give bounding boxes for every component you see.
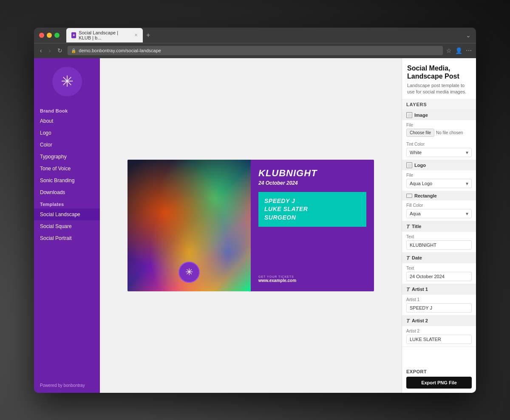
fill-color-field: Fill Color Aqua Purple White Black ▼ xyxy=(402,200,476,221)
fullscreen-button[interactable] xyxy=(54,33,60,38)
sidebar-item-social-square[interactable]: Social Square xyxy=(34,220,100,232)
artist2-text-label: Artist 2 xyxy=(406,329,472,333)
toolbar-right: ☆ 👤 ⋯ xyxy=(446,47,472,54)
card-get-tickets-label: GET YOUR TICKETS xyxy=(258,275,366,278)
close-button[interactable] xyxy=(39,33,44,38)
bookmark-icon[interactable]: ☆ xyxy=(446,47,452,54)
card-logo-asterisk-icon: ✳ xyxy=(185,267,193,278)
logo-layer-label: Logo xyxy=(414,163,426,168)
date-layer-title: T Date xyxy=(402,253,476,263)
tab-favicon: ✦ xyxy=(71,32,76,38)
sidebar-footer-text: Powered by bonbontray xyxy=(40,383,85,388)
back-button[interactable]: ‹ xyxy=(38,46,44,55)
export-button[interactable]: Export PNG File xyxy=(406,377,472,389)
artist1-text-input[interactable] xyxy=(406,303,472,313)
artist1-layer-label: Artist 1 xyxy=(412,287,428,292)
artist1-layer-title: T Artist 1 xyxy=(402,284,476,295)
extensions-icon[interactable]: ⋯ xyxy=(466,47,472,54)
layers-header: LAYERS xyxy=(402,99,476,110)
artist2-layer-title: T Artist 2 xyxy=(402,316,476,326)
export-section: Export Export PNG File xyxy=(402,365,476,393)
card-artist-1: SPEEDY J xyxy=(264,197,360,206)
card-image-left: ✳ xyxy=(128,160,251,291)
sidebar-item-about[interactable]: About xyxy=(34,115,100,127)
logo-file-label: File xyxy=(406,173,472,178)
panel-header: Social Media, Landscape Post Landscape p… xyxy=(402,58,476,99)
profile-icon[interactable]: 👤 xyxy=(455,47,462,54)
logo-file-select[interactable]: Aqua Logo White Logo Purple Logo xyxy=(406,179,472,188)
choose-file-button[interactable]: Choose file xyxy=(406,129,434,137)
image-layer-label: Image xyxy=(414,113,428,118)
new-tab-button[interactable]: + xyxy=(146,31,150,39)
forward-button[interactable]: › xyxy=(47,46,53,55)
date-layer-label: Date xyxy=(412,255,422,260)
minimize-button[interactable] xyxy=(47,33,52,38)
tab-bar: ✦ Social Landscape | KLUB | b... ✕ + xyxy=(66,28,462,42)
title-text-input[interactable] xyxy=(406,240,472,250)
artist1-text-field: Artist 1 xyxy=(402,295,476,315)
browser-titlebar: ✦ Social Landscape | KLUB | b... ✕ + ⌄ xyxy=(34,28,476,43)
canvas-area: ✳ KLUBNIGHT 24 October 2024 SPEEDY J LUK… xyxy=(100,58,402,393)
sidebar-item-logo[interactable]: Logo xyxy=(34,127,100,139)
export-label: Export xyxy=(406,369,472,374)
card-footer: GET YOUR TICKETS www.example.com xyxy=(258,275,366,283)
image-layer-icon: ⬜ xyxy=(406,112,412,118)
date-layer-icon: T xyxy=(406,255,410,261)
panel-title: Social Media, Landscape Post xyxy=(407,64,471,80)
rectangle-layer-section: Rectangle Fill Color Aqua Purple White B… xyxy=(402,191,476,221)
date-text-field: Text xyxy=(402,263,476,284)
logo-layer-title: ⬜ Logo xyxy=(402,160,476,170)
card-title-text: KLUBNIGHT xyxy=(258,168,366,178)
logo-file-select-wrap: Aqua Logo White Logo Purple Logo ▼ xyxy=(406,179,472,188)
date-text-input[interactable] xyxy=(406,272,472,281)
tint-color-select[interactable]: White Black None xyxy=(406,148,472,157)
tab-close-button[interactable]: ✕ xyxy=(134,33,138,37)
image-layer-section: ⬜ Image File Choose file No file chosen … xyxy=(402,110,476,160)
file-chosen-text: No file chosen xyxy=(436,130,472,135)
sidebar-item-social-portrait[interactable]: Social Portrait xyxy=(34,232,100,244)
active-tab[interactable]: ✦ Social Landscape | KLUB | b... ✕ xyxy=(66,28,143,42)
panel-subtitle: Landscape post template to use for socia… xyxy=(407,82,471,96)
title-layer-section: T Title Text xyxy=(402,221,476,253)
tint-color-select-wrap: White Black None ▼ xyxy=(406,148,472,157)
rectangle-layer-title: Rectangle xyxy=(402,191,476,200)
image-file-field: File Choose file No file chosen xyxy=(402,120,476,139)
rectangle-layer-icon xyxy=(406,194,412,198)
artist2-text-input[interactable] xyxy=(406,335,472,344)
fill-color-select[interactable]: Aqua Purple White Black xyxy=(406,209,472,218)
layers-section: LAYERS xyxy=(402,99,476,110)
tab-title: Social Landscape | KLUB | b... xyxy=(79,30,130,40)
browser-content: ✳ Brand Book About Logo Color Typography… xyxy=(34,58,476,393)
card-content-right: KLUBNIGHT 24 October 2024 SPEEDY J LUKE … xyxy=(251,160,374,291)
sidebar-item-sonic-branding[interactable]: Sonic Branding xyxy=(34,175,100,186)
sidebar-item-typography[interactable]: Typography xyxy=(34,151,100,163)
logo-layer-icon: ⬜ xyxy=(406,162,412,168)
image-file-label: File xyxy=(406,123,472,127)
sidebar-item-tone-of-voice[interactable]: Tone of Voice xyxy=(34,163,100,175)
brand-book-section-label: Brand Book xyxy=(34,105,100,115)
tint-color-label: Tint Color xyxy=(406,142,472,147)
rectangle-layer-label: Rectangle xyxy=(414,193,437,198)
lock-icon: 🔒 xyxy=(71,48,76,53)
more-options-button[interactable]: ⌄ xyxy=(466,32,471,39)
sidebar: ✳ Brand Book About Logo Color Typography… xyxy=(34,58,100,393)
sidebar-item-social-landscape[interactable]: Social Landscape xyxy=(34,209,100,220)
date-layer-section: T Date Text xyxy=(402,253,476,284)
reload-button[interactable]: ↻ xyxy=(56,46,64,55)
card-logo-bottom: ✳ xyxy=(178,262,200,283)
right-panel: Social Media, Landscape Post Landscape p… xyxy=(402,58,476,393)
artist1-layer-icon: T xyxy=(406,286,410,293)
sidebar-item-downloads[interactable]: Downloads xyxy=(34,186,100,198)
sidebar-footer: Powered by bonbontray xyxy=(34,378,100,393)
traffic-lights xyxy=(39,33,60,38)
fill-color-select-wrap: Aqua Purple White Black ▼ xyxy=(406,209,472,218)
tint-color-field: Tint Color White Black None ▼ xyxy=(402,139,476,160)
main-canvas: ✳ KLUBNIGHT 24 October 2024 SPEEDY J LUK… xyxy=(100,58,402,393)
date-text-label: Text xyxy=(406,266,472,271)
templates-section-label: Templates xyxy=(34,198,100,209)
layers-label: LAYERS xyxy=(406,102,427,107)
artist1-layer-section: T Artist 1 Artist 1 xyxy=(402,284,476,316)
title-layer-label: Title xyxy=(412,224,421,229)
address-bar[interactable]: 🔒 demo.bonbontray.com/social-landscape xyxy=(68,46,443,55)
sidebar-item-color[interactable]: Color xyxy=(34,139,100,151)
